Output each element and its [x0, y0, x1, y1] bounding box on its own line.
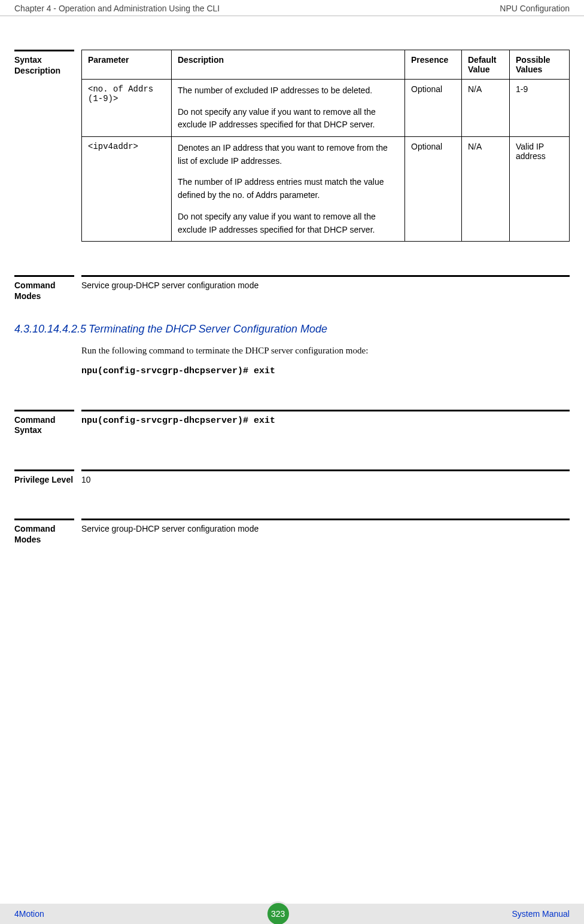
command-modes-body: Service group-DHCP server configuration …: [81, 519, 570, 533]
privilege-level-block: Privilege Level 10: [14, 469, 570, 486]
page-number-badge: 323: [267, 903, 289, 924]
header-right: NPU Configuration: [500, 4, 570, 13]
page-header: Chapter 4 - Operation and Administration…: [0, 0, 584, 16]
parameter-table-header-row: Parameter Description Presence Default V…: [82, 50, 570, 80]
cell-possible: Valid IP address: [510, 137, 570, 242]
section-heading-text: Terminating the DHCP Server Configuratio…: [89, 323, 327, 336]
parameter-table: Parameter Description Presence Default V…: [81, 50, 570, 242]
cell-desc-para: Denotes an IP address that you want to r…: [178, 142, 399, 167]
command-modes-block: Command Modes Service group-DHCP server …: [14, 275, 570, 301]
privilege-level-label: Privilege Level: [14, 469, 74, 486]
cell-possible: 1-9: [510, 80, 570, 137]
cell-description: Denotes an IP address that you want to r…: [172, 137, 405, 242]
table-row: <ipv4addr> Denotes an IP address that yo…: [82, 137, 570, 242]
section-heading-number: 4.3.10.14.4.2.5: [14, 323, 86, 336]
command-syntax-block: Command Syntax npu(config-srvcgrp-dhcpse…: [14, 410, 570, 436]
col-description: Description: [172, 50, 405, 80]
syntax-description-block: Syntax Description Parameter Description…: [14, 50, 570, 242]
cell-description: The number of excluded IP addresses to b…: [172, 80, 405, 137]
cell-desc-para: The number of IP address entries must ma…: [178, 176, 399, 202]
command-modes-block: Command Modes Service group-DHCP server …: [14, 519, 570, 545]
command-syntax-label: Command Syntax: [14, 410, 74, 436]
page-footer: 4Motion 323 System Manual: [0, 904, 584, 924]
header-left: Chapter 4 - Operation and Administration…: [14, 4, 220, 13]
cell-desc-para: The number of excluded IP addresses to b…: [178, 84, 399, 97]
cell-desc-para: Do not specify any value if you want to …: [178, 106, 399, 132]
cell-default: N/A: [462, 80, 510, 137]
section-heading: 4.3.10.14.4.2.5 Terminating the DHCP Ser…: [14, 323, 570, 336]
table-row: <no. of Addrs (1-9)> The number of exclu…: [82, 80, 570, 137]
col-parameter: Parameter: [82, 50, 172, 80]
footer-right: System Manual: [512, 909, 570, 919]
cell-presence: Optional: [405, 137, 462, 242]
cell-parameter: <no. of Addrs (1-9)>: [82, 80, 172, 137]
col-presence: Presence: [405, 50, 462, 80]
command-syntax-body: npu(config-srvcgrp-dhcpserver)# exit: [81, 410, 570, 426]
syntax-description-body: Parameter Description Presence Default V…: [81, 50, 570, 242]
body-paragraph: Run the following command to terminate t…: [81, 344, 570, 358]
syntax-description-label: Syntax Description: [14, 50, 74, 76]
cell-parameter: <ipv4addr>: [82, 137, 172, 242]
col-default: Default Value: [462, 50, 510, 80]
cell-desc-para: Do not specify any value if you want to …: [178, 211, 399, 236]
cell-presence: Optional: [405, 80, 462, 137]
privilege-level-body: 10: [81, 469, 570, 484]
command-syntax-text: npu(config-srvcgrp-dhcpserver)# exit: [81, 416, 275, 426]
col-possible: Possible Values: [510, 50, 570, 80]
command-modes-label: Command Modes: [14, 275, 74, 301]
command-modes-label: Command Modes: [14, 519, 74, 545]
cell-default: N/A: [462, 137, 510, 242]
body-code: npu(config-srvcgrp-dhcpserver)# exit: [81, 366, 570, 376]
footer-left: 4Motion: [14, 909, 44, 919]
command-modes-body: Service group-DHCP server configuration …: [81, 275, 570, 290]
